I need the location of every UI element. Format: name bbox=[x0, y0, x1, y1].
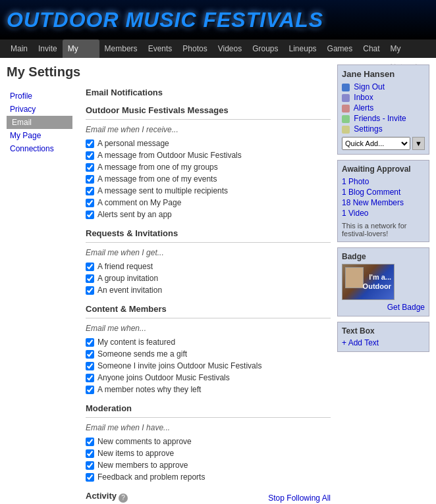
check-invite-joins-label: Someone I invite joins Outdoor Music Fes… bbox=[97, 361, 261, 370]
awaiting-members-link[interactable]: 18 New Members bbox=[342, 197, 425, 208]
textbox-panel: Text Box + Add Text bbox=[337, 322, 429, 352]
awaiting-photo-link[interactable]: 1 Photo bbox=[342, 176, 425, 187]
badge-panel: Badge I'm a... Outdoor Get Badge bbox=[337, 247, 429, 316]
requests-title: Requests & Invitations bbox=[86, 228, 331, 238]
check-event-invite-input[interactable] bbox=[86, 286, 94, 295]
check-new-items-approve-input[interactable] bbox=[86, 449, 94, 458]
check-message-multiple-label: A message sent to multiple recipients bbox=[97, 186, 228, 195]
nav-members[interactable]: Members bbox=[99, 39, 143, 58]
check-invite-joins-input[interactable] bbox=[86, 362, 94, 370]
check-personal-message: A personal message bbox=[86, 138, 331, 149]
requests-section: Requests & Invitations Email me when I g… bbox=[86, 228, 331, 296]
check-friend-request: A friend request bbox=[86, 261, 331, 272]
quick-add-button[interactable]: ▼ bbox=[412, 137, 425, 150]
check-new-comments-approve-input[interactable] bbox=[86, 438, 94, 446]
user-panel: Jane Hansen Sign Out Inbox Alerts Friend… bbox=[337, 64, 429, 155]
messages-section: Outdoor Music Festivals Messages Email m… bbox=[86, 105, 331, 220]
check-anyone-joins-input[interactable] bbox=[86, 374, 94, 382]
check-message-from-omf: A message from Outdoor Music Festivals bbox=[86, 149, 331, 161]
quick-add-select[interactable]: Quick Add... bbox=[342, 137, 410, 150]
email-section-main-title: Email Notifications bbox=[86, 88, 331, 97]
requests-divider bbox=[86, 242, 331, 243]
nav-main[interactable]: Main bbox=[5, 39, 33, 58]
check-message-from-omf-label: A message from Outdoor Music Festivals bbox=[97, 151, 242, 160]
check-message-groups-input[interactable] bbox=[86, 163, 94, 172]
nav-videos[interactable]: Videos bbox=[213, 39, 247, 58]
check-new-members-approve-input[interactable] bbox=[86, 461, 94, 470]
check-comment-mypage-input[interactable] bbox=[86, 199, 94, 207]
check-friend-request-input[interactable] bbox=[86, 263, 94, 271]
inbox-icon bbox=[342, 94, 350, 102]
check-new-members-approve-label: New members to approve bbox=[97, 461, 188, 470]
nav-photos[interactable]: Photos bbox=[177, 39, 212, 58]
check-new-comments-approve: New comments to approve bbox=[86, 436, 331, 447]
alerts-link[interactable]: Alerts bbox=[342, 103, 425, 113]
main-layout: My Settings Profile Privacy Email My Pag… bbox=[0, 58, 436, 504]
nav-lineups[interactable]: Lineups bbox=[284, 39, 322, 58]
messages-divider bbox=[86, 119, 331, 120]
check-alerts-app-label: Alerts sent by an app bbox=[97, 210, 172, 219]
page-title: My Settings bbox=[7, 64, 331, 80]
sidebar-item-privacy[interactable]: Privacy bbox=[7, 103, 72, 116]
check-comment-mypage-label: A comment on My Page bbox=[97, 198, 181, 207]
content-area: My Settings Profile Privacy Email My Pag… bbox=[7, 64, 331, 504]
check-alerts-app: Alerts sent by an app bbox=[86, 209, 331, 220]
check-member-notes: A member notes why they left bbox=[86, 384, 331, 395]
check-message-multiple-input[interactable] bbox=[86, 187, 94, 195]
moderation-section: Moderation Email me when I have... New c… bbox=[86, 403, 331, 483]
awaiting-blog-link[interactable]: 1 Blog Comment bbox=[342, 187, 425, 197]
content-section: Content & Members Email me when... My co… bbox=[86, 304, 331, 395]
right-sidebar: Jane Hansen Sign Out Inbox Alerts Friend… bbox=[337, 64, 429, 504]
check-content-featured-input[interactable] bbox=[86, 338, 94, 347]
settings-link[interactable]: Settings bbox=[342, 124, 425, 134]
check-anyone-joins: Anyone joins Outdoor Music Festivals bbox=[86, 372, 331, 384]
signout-link[interactable]: Sign Out bbox=[342, 82, 425, 92]
sidebar-item-email[interactable]: Email bbox=[7, 116, 72, 129]
check-gift-input[interactable] bbox=[86, 350, 94, 359]
moderation-subtitle: Email me when I have... bbox=[86, 423, 331, 432]
get-badge-link[interactable]: Get Badge bbox=[342, 303, 425, 312]
nav-events[interactable]: Events bbox=[143, 39, 178, 58]
alerts-icon bbox=[342, 105, 350, 113]
help-icon[interactable]: ? bbox=[119, 493, 128, 503]
check-group-invite-input[interactable] bbox=[86, 274, 94, 283]
nav-games[interactable]: Games bbox=[322, 39, 358, 58]
inbox-link[interactable]: Inbox bbox=[342, 92, 425, 103]
sidebar-item-mypage[interactable]: My Page bbox=[7, 129, 72, 142]
badge-title: Badge bbox=[342, 252, 425, 261]
check-comment-mypage: A comment on My Page bbox=[86, 197, 331, 209]
nav-mynetwork[interactable]: My Network bbox=[385, 39, 431, 58]
friends-invite-link[interactable]: Friends - Invite bbox=[342, 113, 425, 124]
check-message-events-label: A message from one of my events bbox=[97, 174, 217, 184]
check-new-items-approve-label: New items to approve bbox=[97, 449, 174, 458]
moderation-divider bbox=[86, 417, 331, 418]
nav-bar: Main Invite My Page Members Events Photo… bbox=[0, 39, 436, 58]
nav-chat[interactable]: Chat bbox=[358, 39, 385, 58]
nav-mypage[interactable]: My Page bbox=[63, 39, 99, 58]
check-gift-label: Someone sends me a gift bbox=[97, 349, 187, 359]
check-feedback-input[interactable] bbox=[86, 473, 94, 482]
awaiting-panel: Awaiting Approval 1 Photo 1 Blog Comment… bbox=[337, 160, 429, 242]
awaiting-desc: This is a network for festival-lovers! bbox=[342, 222, 425, 238]
sidebar-item-connections[interactable]: Connections bbox=[7, 142, 72, 155]
check-message-multiple: A message sent to multiple recipients bbox=[86, 185, 331, 197]
check-personal-message-input[interactable] bbox=[86, 139, 94, 148]
add-text-link[interactable]: + Add Text bbox=[342, 338, 379, 347]
check-message-events-input[interactable] bbox=[86, 175, 94, 184]
check-member-notes-input[interactable] bbox=[86, 386, 94, 394]
settings-sidebar-nav: Profile Privacy Email My Page Connection… bbox=[7, 89, 72, 155]
requests-subtitle: Email me when I get... bbox=[86, 248, 331, 257]
check-alerts-app-input[interactable] bbox=[86, 211, 94, 219]
check-message-groups: A message from one of my groups bbox=[86, 161, 331, 173]
check-friend-request-label: A friend request bbox=[97, 262, 153, 271]
nav-invite[interactable]: Invite bbox=[33, 39, 63, 58]
awaiting-video-link[interactable]: 1 Video bbox=[342, 208, 425, 218]
stop-following-link[interactable]: Stop Following All bbox=[268, 493, 331, 503]
check-new-items-approve: New items to approve bbox=[86, 447, 331, 459]
sidebar-item-profile[interactable]: Profile bbox=[7, 89, 72, 103]
check-message-groups-label: A message from one of my groups bbox=[97, 163, 218, 172]
friends-icon bbox=[342, 115, 350, 123]
nav-groups[interactable]: Groups bbox=[247, 39, 283, 58]
check-message-from-omf-input[interactable] bbox=[86, 151, 94, 160]
check-content-featured-label: My content is featured bbox=[97, 338, 175, 347]
